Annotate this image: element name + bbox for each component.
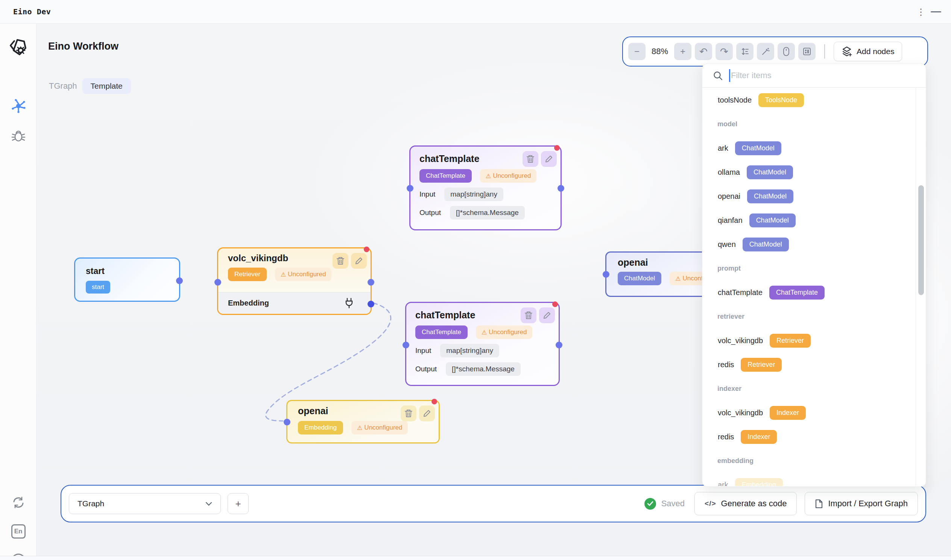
add-nodes-panel: toolsNode ToolsNode model ark ChatModel …: [702, 63, 926, 487]
section-header: embedding: [702, 449, 914, 473]
edit-node-button[interactable]: [541, 151, 557, 167]
embedding-port[interactable]: [367, 301, 374, 308]
node-start[interactable]: start start: [74, 257, 180, 302]
type-badge: Retriever: [741, 358, 782, 372]
section-header: prompt: [702, 256, 914, 280]
undo-button[interactable]: [695, 43, 712, 60]
saved-check-icon: [644, 498, 656, 510]
filter-items-input[interactable]: [731, 71, 918, 80]
output-type-chip: []*schema.Message: [450, 206, 525, 220]
output-port[interactable]: [556, 342, 562, 348]
filter-row: [702, 64, 926, 88]
code-icon: </>: [705, 500, 716, 508]
node-type-badge: Retriever: [228, 268, 267, 281]
node-chat-template-top[interactable]: chatTemplate ChatTemplate Unconfigured I…: [409, 145, 562, 231]
trash-icon: [524, 311, 533, 320]
node-type-badge: Embedding: [298, 421, 343, 434]
trash-icon: [526, 154, 534, 163]
minimize-icon[interactable]: [926, 0, 946, 24]
list-item[interactable]: volc_vikingdb Retriever: [702, 328, 914, 352]
delete-node-button[interactable]: [523, 151, 538, 167]
input-port[interactable]: [603, 271, 610, 278]
add-nodes-button[interactable]: Add nodes: [834, 42, 902, 61]
scrollbar-thumb[interactable]: [918, 185, 924, 295]
output-label: Output: [420, 209, 441, 217]
notification-dot: [364, 246, 369, 252]
notification-dot: [431, 399, 437, 405]
language-label: En: [11, 524, 26, 538]
sidebar-item-workflow[interactable]: [0, 99, 37, 113]
node-title: start: [86, 266, 179, 276]
unconfigured-badge: Unconfigured: [480, 169, 536, 183]
sidebar: En ?: [0, 24, 37, 556]
edit-node-button[interactable]: [351, 253, 367, 269]
output-port[interactable]: [176, 277, 183, 284]
mouse-mode-button[interactable]: [778, 43, 795, 60]
input-port[interactable]: [403, 342, 409, 348]
breadcrumb-tabs: TGraph Template: [49, 78, 131, 94]
list-item[interactable]: chatTemplate ChatTemplate: [702, 280, 914, 305]
input-port[interactable]: [407, 185, 414, 192]
language-icon[interactable]: En: [0, 524, 37, 538]
edit-node-button[interactable]: [539, 308, 555, 323]
zoom-out-button[interactable]: [628, 43, 645, 60]
sync-icon[interactable]: [0, 496, 37, 509]
input-label: Input: [415, 346, 431, 355]
edit-node-button[interactable]: [419, 406, 435, 421]
sidebar-item-debug[interactable]: [0, 129, 37, 142]
list-item[interactable]: volc_vikingdb Indexer: [702, 401, 914, 425]
list-item[interactable]: qwen ChatModel: [702, 232, 914, 256]
output-port[interactable]: [557, 185, 564, 192]
type-badge: ChatModel: [735, 141, 781, 155]
node-type-badge: ChatTemplate: [420, 169, 472, 183]
add-graph-button[interactable]: +: [228, 493, 249, 514]
tab-tgraph[interactable]: TGraph: [49, 81, 77, 91]
auto-layout-button[interactable]: [736, 43, 753, 60]
input-type-chip: map[string]any: [440, 344, 499, 357]
output-port[interactable]: [367, 279, 374, 286]
delete-node-button[interactable]: [401, 406, 417, 421]
list-item[interactable]: qianfan ChatModel: [702, 208, 914, 232]
notification-dot: [552, 302, 558, 307]
magic-wand-button[interactable]: [757, 43, 774, 60]
zoom-in-button[interactable]: [674, 43, 692, 60]
minimap-button[interactable]: [798, 43, 815, 60]
list-item[interactable]: redis Retriever: [702, 352, 914, 377]
toolbar-divider: [824, 45, 825, 58]
list-item[interactable]: openai ChatModel: [702, 184, 914, 208]
node-volc-vikingdb[interactable]: volc_vikingdb Retriever Unconfigured Emb…: [217, 247, 372, 315]
delete-node-button[interactable]: [333, 253, 348, 269]
list-item[interactable]: ollama ChatModel: [702, 160, 914, 184]
window-titlebar: Eino Dev: [0, 0, 951, 24]
type-badge: ChatModel: [749, 214, 796, 228]
zoom-level: 88%: [649, 47, 671, 56]
pencil-icon: [423, 409, 431, 418]
unconfigured-badge: Unconfigured: [476, 326, 532, 339]
list-item[interactable]: ark ChatModel: [702, 136, 914, 160]
list-item[interactable]: ark Embedding: [702, 473, 914, 486]
output-label: Output: [415, 365, 437, 373]
redo-button[interactable]: [715, 43, 733, 60]
save-status: Saved: [644, 498, 685, 510]
type-badge: Embedding: [735, 478, 783, 486]
node-chat-template-mid[interactable]: chatTemplate ChatTemplate Unconfigured I…: [405, 302, 560, 386]
node-type-list: toolsNode ToolsNode model ark ChatModel …: [702, 88, 914, 486]
node-openai-embedding[interactable]: openai Embedding Unconfigured: [286, 400, 440, 443]
section-header: retriever: [702, 305, 914, 328]
list-item[interactable]: redis Indexer: [702, 425, 914, 449]
import-export-graph-button[interactable]: Import / Export Graph: [805, 492, 918, 515]
input-port[interactable]: [215, 279, 221, 286]
search-icon: [713, 71, 723, 81]
delete-node-button[interactable]: [521, 308, 536, 323]
text-caret: [729, 69, 730, 82]
input-type-chip: map[string]any: [444, 188, 503, 201]
graph-selector[interactable]: TGraph: [69, 493, 221, 514]
generate-as-code-button[interactable]: </> Generate as code: [695, 492, 797, 515]
tab-template[interactable]: Template: [82, 78, 131, 94]
plug-icon: [344, 298, 354, 309]
pencil-icon: [543, 311, 551, 320]
type-badge: Indexer: [770, 406, 806, 420]
unconfigured-badge: Unconfigured: [351, 421, 408, 434]
input-port[interactable]: [284, 419, 290, 425]
list-item[interactable]: toolsNode ToolsNode: [702, 88, 914, 112]
